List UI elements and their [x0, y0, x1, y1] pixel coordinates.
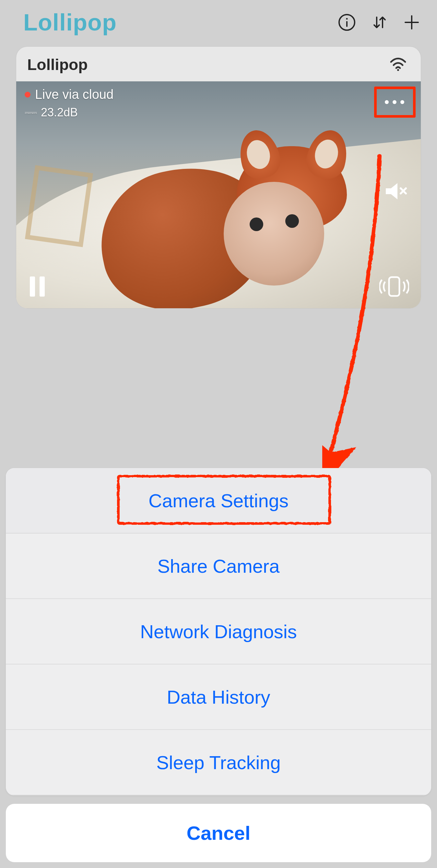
svg-rect-8 — [30, 277, 35, 297]
sheet-item-data-history[interactable]: Data History — [6, 664, 431, 730]
header-icon-group — [338, 13, 421, 31]
annotation-highlight-settings — [117, 474, 331, 524]
svg-point-5 — [397, 69, 399, 71]
video-feed[interactable]: Live via cloud ⎓⎓⎓ 23.2dB — [16, 81, 421, 308]
sheet-item-sleep-tracking[interactable]: Sleep Tracking — [6, 730, 431, 796]
info-icon[interactable] — [338, 13, 356, 31]
plus-icon[interactable] — [403, 13, 421, 31]
phone-vibrate-icon[interactable] — [379, 275, 409, 299]
svg-point-2 — [346, 18, 348, 20]
annotation-highlight-more — [374, 87, 415, 118]
camera-card: Lollipop Live via cloud ⎓⎓⎓ 23.2dB — [16, 47, 421, 308]
camera-card-header: Lollipop — [16, 47, 421, 81]
live-status-box: Live via cloud ⎓⎓⎓ 23.2dB — [25, 87, 114, 119]
wifi-icon — [390, 57, 407, 72]
video-overlay-top: Live via cloud ⎓⎓⎓ 23.2dB — [25, 87, 412, 119]
app-title: Lollipop — [23, 9, 117, 36]
live-dot-icon — [25, 92, 30, 98]
live-status-text: Live via cloud — [35, 87, 114, 102]
app-header: Lollipop — [0, 0, 437, 42]
sheet-item-network-diagnosis[interactable]: Network Diagnosis — [6, 599, 431, 664]
waveform-icon: ⎓⎓⎓ — [25, 108, 36, 117]
camera-name: Lollipop — [27, 56, 88, 73]
db-value: 23.2dB — [41, 106, 78, 119]
svg-rect-10 — [389, 277, 399, 296]
action-sheet: Camera Settings Share Camera Network Dia… — [0, 468, 437, 868]
sort-arrows-icon[interactable] — [370, 13, 388, 31]
pause-icon[interactable] — [28, 275, 47, 299]
action-sheet-list: Camera Settings Share Camera Network Dia… — [6, 468, 431, 796]
video-overlay-bottom — [28, 275, 409, 299]
sheet-item-share-camera[interactable]: Share Camera — [6, 533, 431, 599]
svg-rect-9 — [39, 277, 45, 297]
mute-icon[interactable] — [384, 182, 409, 202]
cancel-button[interactable]: Cancel — [6, 804, 431, 862]
